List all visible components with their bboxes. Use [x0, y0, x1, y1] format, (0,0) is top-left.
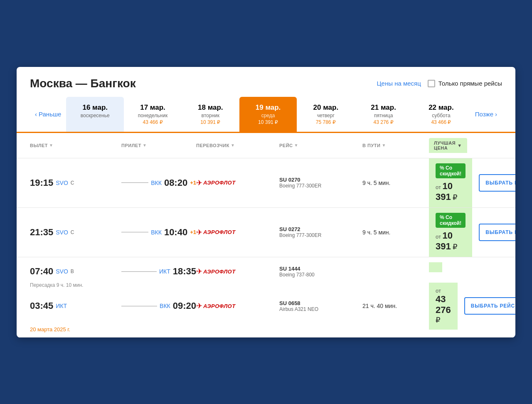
- depart-airport: ИКТ: [56, 303, 67, 309]
- date-day: 18 мар.: [185, 103, 236, 112]
- carrier-cell: ✈ АЭРОФЛОТ: [196, 178, 279, 187]
- date-tab-mar21[interactable]: 21 мар. пятница 43 276 ₽: [355, 97, 412, 132]
- page-title: Москва — Бангкок: [30, 77, 377, 90]
- date-weekday: суббота: [416, 113, 467, 118]
- prices-link[interactable]: Цены на месяц: [377, 80, 421, 87]
- aeroflot-label: АЭРОФЛОТ: [203, 180, 236, 186]
- date-tab-mar19[interactable]: 19 мар. среда 10 391 ₽: [239, 97, 297, 132]
- select-flight-button[interactable]: ВЫБРАТЬ РЕЙС: [464, 297, 515, 315]
- transfer-flight-content: 07:40 SVO В ИКТ 18:35 ✈ АЭРОФЛОТ SU 1444…: [30, 266, 502, 333]
- depart-airport: SVO: [56, 180, 68, 186]
- aircraft-type: Boeing 737-800: [279, 272, 362, 278]
- select-flight-button[interactable]: ВЫБРАТЬ РЕЙС: [479, 224, 515, 241]
- col-best-price[interactable]: ЛУЧШАЯ ЦЕНА ▼: [429, 138, 467, 153]
- col-carrier[interactable]: ПЕРЕВОЗЧИК ▼: [196, 138, 279, 153]
- aeroflot-label: АЭРОФЛОТ: [203, 229, 236, 235]
- date-weekday: четверг: [300, 113, 351, 118]
- price-display: от 10 391 ₽: [436, 181, 466, 202]
- leg1-depart: 07:40 SVO В: [30, 266, 121, 277]
- route-line: [121, 271, 157, 272]
- change-date-label: 20 марта 2025 г.: [30, 326, 70, 333]
- leg2-flight-info: SU 0658 Airbus A321 NEO: [279, 300, 362, 312]
- price-from-label: от 43 276 ₽: [436, 288, 451, 325]
- flight-number: SU 0272: [279, 226, 362, 232]
- flight-grid: 21:35 SVO С ВКК 10:40 +1 ✈ АЭРОФЛОТ SU 0…: [30, 216, 502, 249]
- date-price: 75 786 ₽: [300, 119, 351, 125]
- date-price: 43 466 ₽: [127, 119, 178, 125]
- date-day: 21 мар.: [358, 103, 409, 112]
- arrive-airport: ИКТ: [159, 268, 170, 275]
- header: Москва — Бангкок Цены на месяц Только пр…: [17, 67, 515, 97]
- depart-time: 21:35: [30, 227, 53, 238]
- direct-only-label: Только прямые рейсы: [438, 80, 502, 87]
- date-tab-mar18[interactable]: 18 мар. вторник 10 391 ₽: [182, 97, 239, 132]
- flight-duration: 9 ч. 5 мин.: [362, 229, 429, 236]
- plus-day: +1: [190, 229, 196, 235]
- later-button[interactable]: Позже ›: [470, 97, 502, 132]
- flight-number: SU 0658: [279, 300, 362, 306]
- flight-number: SU 0270: [279, 177, 362, 183]
- date-weekday: воскресенье: [69, 113, 121, 118]
- col-duration[interactable]: В ПУТИ ▼: [362, 138, 429, 153]
- leg1-flight-info: SU 1444 Boeing 737-800: [279, 266, 362, 278]
- route-line: [121, 232, 148, 232]
- price-from-label: от: [436, 184, 443, 190]
- discount-badge: % Со скидкой!: [436, 163, 466, 178]
- depart-time: 03:45: [30, 301, 53, 311]
- date-weekday: пятница: [358, 113, 409, 118]
- sort-icon: ▼: [231, 143, 235, 148]
- airline-logo: ✈ АЭРОФЛОТ: [196, 178, 279, 187]
- col-arrive[interactable]: ПРИЛЕТ ▼: [121, 138, 196, 153]
- transfer-flight-row: 07:40 SVO В ИКТ 18:35 ✈ АЭРОФЛОТ SU 1444…: [17, 257, 515, 337]
- depart-info: 21:35 SVO С: [30, 227, 121, 238]
- aeroflot-wing-icon: ✈: [196, 178, 202, 187]
- date-tab-mar17[interactable]: 17 мар. понедельник 43 466 ₽: [124, 97, 182, 132]
- date-price: 43 276 ₽: [358, 119, 409, 125]
- flight-duration: 9 ч. 5 мин.: [362, 180, 429, 186]
- price-currency: ₽: [453, 243, 457, 251]
- flight-grid: 19:15 SVO С ВКК 08:20 +1 ✈ АЭРОФЛОТ SU 0…: [30, 167, 502, 199]
- col-flight[interactable]: РЕЙС ▼: [279, 138, 362, 153]
- chevron-left-icon: ‹: [35, 111, 37, 118]
- price-cell: от 43 276 ₽: [429, 283, 458, 330]
- best-price-cell-top: [429, 262, 442, 272]
- aircraft-type: Boeing 777-300ER: [279, 183, 362, 189]
- action-cell: ВЫБРАТЬ РЕЙС: [458, 297, 515, 315]
- price-currency: ₽: [453, 193, 457, 202]
- stopover-info: Пересадка 9 ч. 10 мин.: [30, 281, 121, 288]
- earlier-button[interactable]: ‹ Раньше: [30, 97, 66, 132]
- date-day: 17 мар.: [127, 103, 178, 112]
- stopover-label: Пересадка 9 ч. 10 мин.: [30, 282, 83, 288]
- direct-only-checkbox[interactable]: [428, 80, 435, 87]
- date-weekday: среда: [243, 113, 294, 118]
- date-price: 10 391 ₽: [185, 119, 236, 125]
- depart-info: 19:15 SVO С: [30, 177, 121, 188]
- date-price: 10 391 ₽: [243, 119, 294, 125]
- leg2-carrier: ✈ АЭРОФЛОТ: [196, 301, 279, 310]
- best-price-cell: % Со скидкой! от 10 391 ₽: [429, 158, 472, 207]
- arrive-airport: ВКК: [151, 180, 162, 186]
- main-card: Москва — Бангкок Цены на месяц Только пр…: [17, 67, 515, 337]
- flights-list: 19:15 SVO С ВКК 08:20 +1 ✈ АЭРОФЛОТ SU 0…: [17, 158, 515, 257]
- aeroflot-wing-icon: ✈: [196, 267, 202, 276]
- date-tab-mar22[interactable]: 22 мар. суббота 43 466 ₽: [412, 97, 470, 132]
- depart-time: 19:15: [30, 177, 53, 188]
- col-action: [467, 138, 515, 153]
- arrive-time: 18:35: [173, 266, 196, 277]
- leg2-grid: 03:45 ИКТ ВКК 09:20 ✈ АЭРОФЛОТ SU 0658 A…: [30, 291, 502, 321]
- col-depart[interactable]: ВЫЛЕТ ▼: [30, 138, 121, 153]
- date-day: 19 мар.: [243, 103, 294, 112]
- discount-badge: % Со скидкой!: [436, 213, 466, 228]
- route-line: [121, 306, 157, 306]
- action-cell: ВЫБРАТЬ РЕЙС: [472, 224, 515, 241]
- date-tabs: 16 мар. воскресенье 17 мар. понедельник …: [66, 97, 470, 132]
- select-flight-button[interactable]: ВЫБРАТЬ РЕЙС: [479, 174, 515, 192]
- date-tab-mar20[interactable]: 20 мар. четверг 75 786 ₽: [297, 97, 355, 132]
- date-tab-mar16[interactable]: 16 мар. воскресенье: [66, 97, 124, 132]
- price-display: от 10 391 ₽: [436, 230, 466, 252]
- depart-class: В: [71, 269, 74, 274]
- arrive-time: 10:40: [164, 227, 187, 238]
- date-navigation: ‹ Раньше 16 мар. воскресенье 17 мар. пон…: [17, 97, 515, 133]
- total-duration: 21 ч. 40 мин.: [362, 303, 429, 309]
- date-day: 22 мар.: [416, 103, 467, 112]
